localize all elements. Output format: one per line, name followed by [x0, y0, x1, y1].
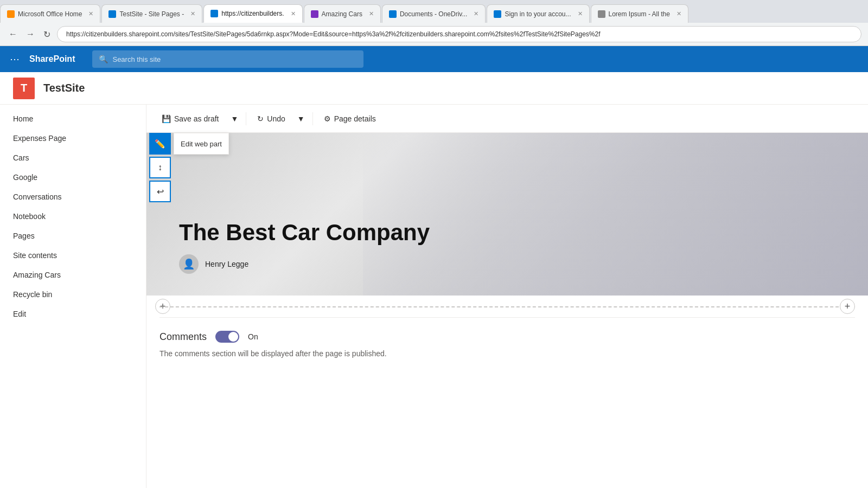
edit-webpart-tooltip-text: Edit web part [181, 140, 222, 148]
toggle-state-label: On [248, 332, 258, 341]
search-bar[interactable]: 🔍 Search this site [92, 50, 363, 68]
tab-close-4[interactable]: ✕ [369, 10, 374, 17]
tab-favicon-5 [389, 10, 397, 18]
save-icon: 💾 [162, 114, 171, 123]
sidebar-item-recycle-bin[interactable]: Recycle bin [0, 285, 146, 304]
edit-toolbar: 💾 Save as draft ▼ ↻ Undo ▼ ⚙ Page detail… [146, 105, 868, 133]
add-section-area: + + [146, 296, 868, 317]
sidebar-item-recycle-bin-label: Recycle bin [13, 290, 52, 299]
move-webpart-button[interactable]: ↕ [149, 157, 171, 178]
main-layout: Home Expenses Page Cars Google Conversat… [0, 105, 868, 488]
sidebar-item-site-contents[interactable]: Site contents [0, 246, 146, 265]
sharepoint-logo: SharePoint [29, 54, 75, 64]
back-button[interactable]: ← [7, 27, 20, 41]
sidebar-item-google[interactable]: Google [0, 168, 146, 187]
site-header: T TestSite [0, 72, 868, 105]
search-placeholder: Search this site [112, 55, 161, 63]
browser-chrome: Microsoft Office Home ✕ TestSite - Site … [0, 0, 868, 46]
add-column-button[interactable]: + [840, 299, 855, 314]
sidebar: Home Expenses Page Cars Google Conversat… [0, 105, 146, 488]
hero-author: 👤 Henry Legge [179, 254, 835, 274]
edit-webpart-button[interactable]: ✏️ [149, 133, 171, 155]
tab-label-4: Amazing Cars [322, 10, 362, 18]
site-logo-letter: T [21, 82, 27, 94]
hero-title[interactable]: The Best Car Company [179, 220, 835, 246]
sidebar-item-pages-label: Pages [13, 232, 35, 240]
hero-banner: The Best Car Company 👤 Henry Legge [146, 133, 868, 296]
undo-label: Undo [267, 114, 285, 123]
reset-icon: ↩ [157, 187, 164, 197]
sidebar-item-amazing-cars[interactable]: Amazing Cars [0, 265, 146, 285]
reset-webpart-button[interactable]: ↩ [149, 181, 171, 202]
sharepoint-topbar: ⋯ SharePoint 🔍 Search this site [0, 46, 868, 72]
tab-close-7[interactable]: ✕ [676, 10, 681, 17]
tab-citizenbuilders[interactable]: https://citizenbuilders. ✕ [203, 4, 302, 23]
site-logo: T [13, 78, 35, 99]
gear-icon: ⚙ [324, 114, 331, 123]
tab-close-6[interactable]: ✕ [578, 10, 583, 17]
sidebar-item-cars[interactable]: Cars [0, 148, 146, 168]
tab-favicon-1 [7, 10, 15, 18]
tab-favicon-3 [210, 10, 218, 17]
move-icon: ↕ [158, 163, 162, 172]
sidebar-item-home[interactable]: Home [0, 109, 146, 129]
author-avatar: 👤 [179, 254, 199, 274]
sidebar-item-expenses-label: Expenses Page [13, 134, 66, 143]
tab-signin[interactable]: Sign in to your accou... ✕ [487, 4, 589, 23]
sidebar-item-edit[interactable]: Edit [0, 304, 146, 324]
tab-testsite-pages[interactable]: TestSite - Site Pages - ✕ [101, 4, 202, 23]
content-area: 💾 Save as draft ▼ ↻ Undo ▼ ⚙ Page detail… [146, 105, 868, 488]
tab-close-3[interactable]: ✕ [291, 10, 296, 17]
waffle-icon[interactable]: ⋯ [7, 50, 23, 68]
tab-microsoft-office[interactable]: Microsoft Office Home ✕ [0, 4, 100, 23]
undo-dropdown[interactable]: ▼ [294, 111, 308, 126]
comments-section: Comments On The comments section will be… [146, 318, 868, 371]
toolbar-separator-1 [246, 112, 246, 125]
tab-favicon-2 [108, 10, 116, 18]
tab-label-2: TestSite - Site Pages - [119, 10, 184, 18]
tab-lorem-ipsum[interactable]: Lorem Ipsum - All the ✕ [591, 4, 688, 23]
sidebar-item-conversations[interactable]: Conversations [0, 187, 146, 207]
avatar-icon: 👤 [183, 258, 195, 270]
tab-label-7: Lorem Ipsum - All the [609, 10, 670, 18]
sidebar-item-notebook[interactable]: Notebook [0, 207, 146, 226]
sidebar-item-pages[interactable]: Pages [0, 226, 146, 246]
tab-label-3: https://citizenbuilders. [221, 10, 284, 17]
sidebar-item-edit-label: Edit [13, 310, 26, 318]
tab-favicon-6 [494, 10, 501, 18]
tab-close-5[interactable]: ✕ [474, 10, 478, 17]
undo-icon: ↻ [257, 114, 264, 123]
toolbar-separator-2 [312, 112, 313, 125]
sidebar-item-site-contents-label: Site contents [13, 251, 57, 260]
page-details-button[interactable]: ⚙ Page details [317, 111, 382, 126]
sidebar-item-conversations-label: Conversations [13, 192, 62, 201]
search-icon: 🔍 [99, 55, 108, 63]
section-divider-line [159, 306, 855, 307]
tab-close-2[interactable]: ✕ [190, 10, 195, 17]
webpart-container: ✏️ Edit web part ↕ ↩ The Best Car Compan… [146, 133, 868, 296]
edit-webpart-tooltip: Edit web part [174, 133, 229, 155]
tab-amazing-cars[interactable]: Amazing Cars ✕ [304, 4, 381, 23]
tab-close-1[interactable]: ✕ [88, 10, 93, 17]
sidebar-item-amazing-cars-label: Amazing Cars [13, 271, 61, 279]
tab-onedrive[interactable]: Documents - OneDriv... ✕ [382, 4, 486, 23]
save-draft-label: Save as draft [174, 114, 219, 123]
tab-label-1: Microsoft Office Home [18, 10, 82, 18]
address-bar: ← → ↻ https://citizenbuilders.sharepoint… [0, 23, 868, 46]
edit-pencil-icon: ✏️ [155, 139, 165, 149]
save-draft-dropdown[interactable]: ▼ [228, 111, 242, 126]
author-name: Henry Legge [205, 260, 248, 268]
sidebar-item-home-label: Home [13, 114, 33, 123]
comments-note: The comments section will be displayed a… [159, 349, 855, 358]
undo-button[interactable]: ↻ Undo [251, 111, 291, 126]
sidebar-item-expenses[interactable]: Expenses Page [0, 129, 146, 148]
tab-label-6: Sign in to your accou... [505, 10, 571, 18]
tab-bar: Microsoft Office Home ✕ TestSite - Site … [0, 0, 868, 23]
forward-button[interactable]: → [24, 27, 37, 41]
url-bar[interactable]: https://citizenbuilders.sharepoint.com/s… [57, 26, 861, 42]
save-as-draft-button[interactable]: 💾 Save as draft [155, 111, 226, 126]
page-details-label: Page details [334, 114, 376, 123]
comments-toggle[interactable] [215, 331, 239, 343]
refresh-button[interactable]: ↻ [41, 27, 53, 42]
tab-label-5: Documents - OneDriv... [400, 10, 467, 18]
